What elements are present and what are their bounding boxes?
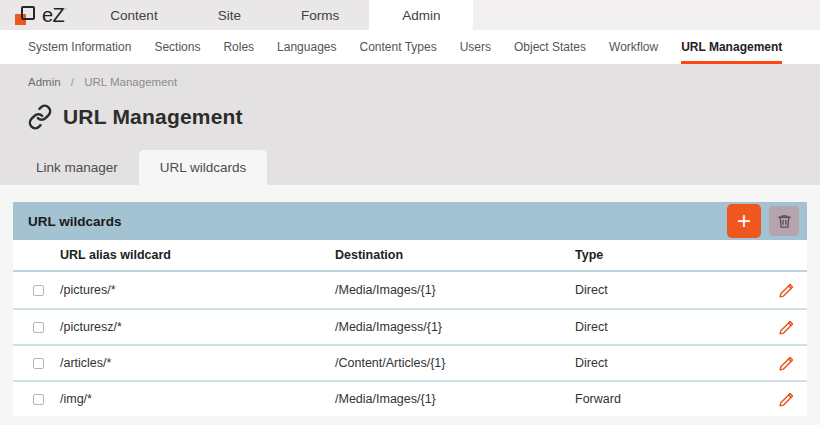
breadcrumb: Admin / URL Management [0, 64, 820, 88]
main-nav-forms[interactable]: Forms [271, 0, 369, 30]
header-destination: Destination [335, 248, 575, 262]
plus-icon: + [737, 206, 751, 236]
main-nav-admin[interactable]: Admin [369, 0, 473, 30]
table-row: /articles/* /Content/Articles/{1} Direct [13, 344, 807, 380]
delete-wildcard-button[interactable] [769, 206, 799, 236]
edit-wildcard-button[interactable] [778, 319, 795, 336]
edit-wildcard-button[interactable] [778, 391, 795, 408]
pencil-icon [778, 282, 795, 299]
logo-trademark-tick: ’ [64, 6, 66, 16]
breadcrumb-separator: / [71, 76, 74, 88]
ez-logo-outline-square [21, 6, 35, 20]
cell-destination: /Media/Imagess/{1} [335, 320, 575, 334]
page-header-section: Admin / URL Management URL Management Li… [0, 64, 820, 185]
breadcrumb-current: URL Management [84, 76, 177, 88]
url-wildcards-panel: URL wildcards + URL ali [0, 185, 820, 425]
table-row: /pictures/* /Media/Images/{1} Direct [13, 272, 807, 308]
main-nav-site[interactable]: Site [188, 0, 271, 30]
table-row: /picturesz/* /Media/Imagess/{1} Direct [13, 308, 807, 344]
row-checkbox-cell [13, 358, 60, 369]
cell-url-alias-wildcard: /articles/* [60, 356, 335, 370]
row-checkbox-cell [13, 322, 60, 333]
header-url-alias-wildcard: URL alias wildcard [60, 248, 335, 262]
cell-edit [778, 355, 807, 372]
ez-logo-icon [15, 5, 36, 26]
tab-url-wildcards[interactable]: URL wildcards [139, 150, 268, 185]
subnav-sections[interactable]: Sections [154, 30, 200, 64]
cell-type: Direct [575, 320, 753, 334]
table-bar-title: URL wildcards [28, 214, 122, 229]
cell-edit [778, 319, 807, 336]
page-title: URL Management [63, 105, 243, 129]
ez-logo[interactable]: eZ ’ [0, 0, 80, 30]
table-header-bar: URL wildcards + [13, 202, 807, 240]
pencil-icon [778, 319, 795, 336]
subnav-system-information[interactable]: System Information [28, 30, 131, 64]
top-menu-bar: eZ ’ Content Site Forms Admin [0, 0, 820, 30]
cell-type: Forward [575, 392, 753, 406]
pencil-icon [778, 391, 795, 408]
main-nav-content[interactable]: Content [80, 0, 187, 30]
table-row: /img/* /Media/Images/{1} Forward [13, 380, 807, 416]
page-title-row: URL Management [0, 88, 820, 130]
row-checkbox[interactable] [33, 322, 44, 333]
table-bar-actions: + [727, 204, 799, 238]
cell-edit [778, 282, 807, 299]
edit-wildcard-button[interactable] [778, 355, 795, 372]
cell-url-alias-wildcard: /picturesz/* [60, 320, 335, 334]
row-checkbox-cell [13, 394, 60, 405]
cell-destination: /Media/Images/{1} [335, 392, 575, 406]
edit-wildcard-button[interactable] [778, 282, 795, 299]
admin-sub-nav: System Information Sections Roles Langua… [0, 30, 820, 64]
cell-url-alias-wildcard: /pictures/* [60, 283, 335, 297]
header-type: Type [575, 248, 753, 262]
subnav-roles[interactable]: Roles [223, 30, 254, 64]
row-checkbox-cell [13, 285, 60, 296]
row-checkbox[interactable] [33, 285, 44, 296]
cell-edit [778, 391, 807, 408]
cell-type: Direct [575, 356, 753, 370]
add-wildcard-button[interactable]: + [727, 204, 761, 238]
cell-destination: /Media/Images/{1} [335, 283, 575, 297]
subnav-object-states[interactable]: Object States [514, 30, 586, 64]
table-column-headers: URL alias wildcard Destination Type [13, 240, 807, 272]
trash-icon [776, 213, 793, 230]
subnav-url-management[interactable]: URL Management [681, 30, 782, 64]
url-wildcards-table: URL wildcards + URL ali [13, 202, 807, 416]
subnav-users[interactable]: Users [460, 30, 491, 64]
app-window: eZ ’ Content Site Forms Admin System Inf… [0, 0, 820, 425]
breadcrumb-admin[interactable]: Admin [28, 76, 61, 88]
tab-link-manager[interactable]: Link manager [15, 150, 139, 185]
cell-type: Direct [575, 283, 753, 297]
topbar-spacer [473, 0, 820, 30]
pencil-icon [778, 355, 795, 372]
subnav-workflow[interactable]: Workflow [609, 30, 658, 64]
row-checkbox[interactable] [33, 358, 44, 369]
subnav-languages[interactable]: Languages [277, 30, 336, 64]
ez-logo-text: eZ [42, 4, 64, 27]
chain-link-icon [27, 104, 53, 130]
cell-destination: /Content/Articles/{1} [335, 356, 575, 370]
view-tabs: Link manager URL wildcards [15, 150, 267, 185]
cell-url-alias-wildcard: /img/* [60, 392, 335, 406]
subnav-content-types[interactable]: Content Types [359, 30, 436, 64]
row-checkbox[interactable] [33, 394, 44, 405]
